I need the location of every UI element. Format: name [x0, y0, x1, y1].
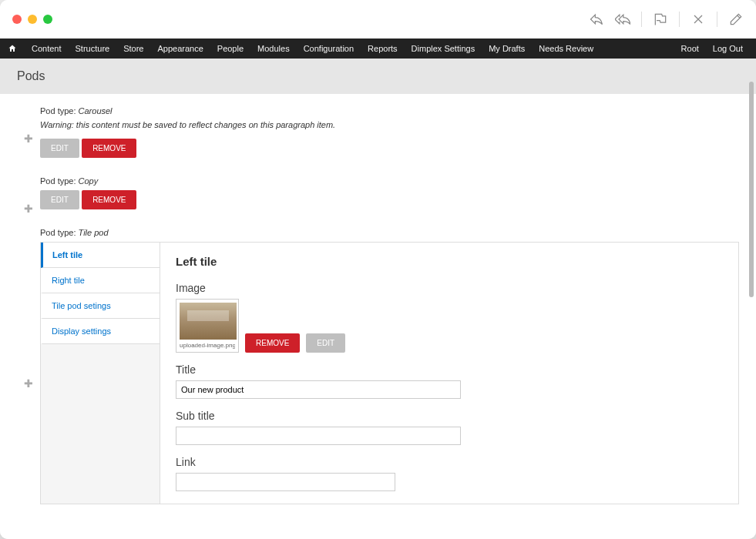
close-icon[interactable] [690, 12, 706, 27]
menu-store[interactable]: Store [116, 38, 150, 59]
tab-tile-pod-settings[interactable]: Tile pod setings [41, 293, 160, 319]
menu-dimplex-settings[interactable]: Dimplex Settings [405, 38, 482, 59]
link-input[interactable] [176, 473, 395, 491]
menu-modules[interactable]: Modules [250, 38, 297, 59]
home-icon[interactable] [0, 44, 25, 53]
tab-left-tile[interactable]: Left tile [41, 243, 160, 268]
content-scroll-area[interactable]: Pods ✚ Pod type: Carousel Warning: this … [0, 59, 756, 539]
pod-row-carousel: ✚ Pod type: Carousel Warning: this conte… [17, 102, 739, 172]
menu-logout[interactable]: Log Out [706, 38, 750, 59]
menu-structure[interactable]: Structure [69, 38, 117, 59]
compose-icon[interactable] [728, 12, 744, 27]
subtitle-field-label: Sub title [176, 410, 723, 422]
link-field-label: Link [176, 456, 723, 468]
window-titlebar [0, 0, 756, 38]
remove-button[interactable]: REMOVE [82, 139, 136, 158]
tile-editor: Left tile Right tile Tile pod setings Di… [40, 242, 739, 504]
window-maximize-button[interactable] [43, 15, 52, 24]
pod-type-label: Pod type: Copy [40, 176, 739, 186]
pod-row-copy: ✚ Pod type: Copy EDIT REMOVE [17, 172, 739, 223]
menu-appearance[interactable]: Appearance [150, 38, 210, 59]
edit-button[interactable]: EDIT [40, 190, 79, 209]
subtitle-input[interactable] [176, 427, 461, 445]
menu-people[interactable]: People [210, 38, 250, 59]
reply-icon[interactable] [589, 12, 604, 27]
pod-warning-text: Warning: this content must be saved to r… [40, 120, 739, 129]
vertical-tabs: Left tile Right tile Tile pod setings Di… [41, 243, 160, 504]
window-minimize-button[interactable] [28, 15, 37, 24]
thumbnail-filename: uploaded-image.png [180, 340, 235, 349]
page-title: Pods [0, 59, 756, 94]
drag-handle-icon[interactable]: ✚ [24, 132, 33, 145]
image-remove-button[interactable]: REMOVE [245, 333, 300, 353]
menu-reports[interactable]: Reports [361, 38, 405, 59]
pod-row-tile: ✚ Pod type: Tile pod Left tile Right til… [17, 223, 739, 518]
menu-needs-review[interactable]: Needs Review [532, 38, 600, 59]
scrollbar[interactable] [749, 82, 754, 531]
drag-handle-icon[interactable]: ✚ [24, 203, 33, 215]
tab-right-tile[interactable]: Right tile [41, 268, 160, 293]
tab-display-settings[interactable]: Display settings [41, 319, 160, 344]
image-field-label: Image [176, 282, 723, 294]
tile-content-heading: Left tile [176, 255, 723, 268]
reply-all-icon[interactable] [615, 12, 630, 27]
pod-type-label: Pod type: Tile pod [40, 228, 739, 237]
menu-configuration[interactable]: Configuration [297, 38, 361, 59]
title-input[interactable] [176, 380, 461, 399]
image-thumbnail: uploaded-image.png [176, 299, 239, 353]
title-field-label: Title [176, 363, 723, 376]
menu-root-user[interactable]: Root [674, 38, 706, 59]
admin-toolbar: Content Structure Store Appearance Peopl… [0, 38, 756, 59]
image-edit-button[interactable]: EDIT [306, 333, 345, 353]
menu-my-drafts[interactable]: My Drafts [482, 38, 532, 59]
edit-button[interactable]: EDIT [40, 139, 79, 158]
menu-content[interactable]: Content [25, 38, 69, 59]
drag-handle-icon[interactable]: ✚ [24, 377, 33, 390]
window-close-button[interactable] [12, 15, 22, 24]
pod-type-label: Pod type: Carousel [40, 106, 739, 116]
remove-button[interactable]: REMOVE [82, 190, 136, 209]
flag-icon[interactable] [653, 12, 668, 27]
thumbnail-preview [180, 303, 237, 340]
scrollbar-thumb[interactable] [749, 82, 754, 297]
